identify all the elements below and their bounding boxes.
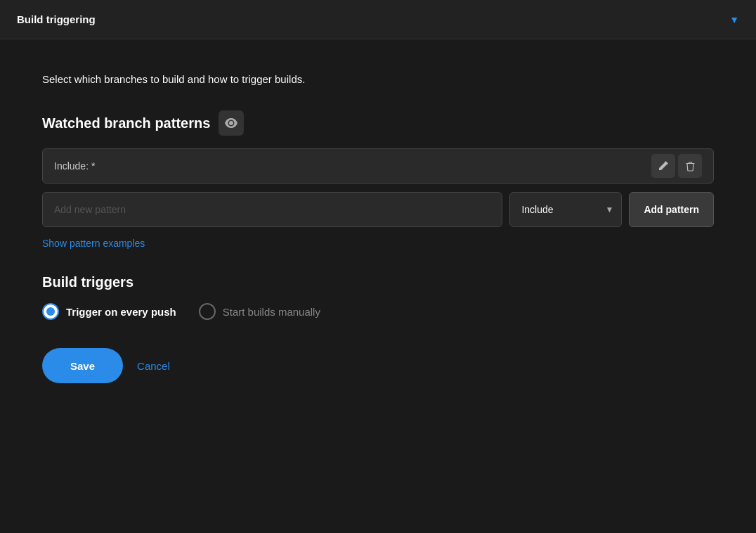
page-title: Build triggering bbox=[17, 13, 96, 25]
section-title-row: Watched branch patterns bbox=[42, 110, 714, 136]
triggers-row: Trigger on every push Start builds manua… bbox=[42, 303, 714, 320]
watched-branch-title: Watched branch patterns bbox=[42, 115, 210, 131]
pattern-action-buttons bbox=[651, 154, 702, 178]
start-manually-radio[interactable] bbox=[199, 303, 216, 320]
toggle-eye-button[interactable] bbox=[219, 110, 244, 136]
add-pattern-input[interactable] bbox=[42, 192, 502, 227]
existing-pattern-row: Include: * bbox=[42, 148, 714, 184]
watched-branch-section: Watched branch patterns Include: * bbox=[42, 110, 714, 274]
cancel-link[interactable]: Cancel bbox=[137, 360, 170, 372]
edit-pattern-button[interactable] bbox=[651, 154, 675, 178]
trigger-every-push-label: Trigger on every push bbox=[66, 306, 176, 318]
chevron-down-icon[interactable]: ▼ bbox=[729, 14, 739, 25]
subtitle-text: Select which branches to build and how t… bbox=[42, 73, 714, 85]
pencil-icon bbox=[658, 161, 668, 171]
start-manually-label: Start builds manually bbox=[223, 306, 320, 318]
show-pattern-examples-link[interactable]: Show pattern examples bbox=[42, 238, 145, 249]
start-manually-option[interactable]: Start builds manually bbox=[199, 303, 320, 320]
page-header: Build triggering ▼ bbox=[0, 0, 756, 39]
pattern-label: Include: * bbox=[54, 160, 651, 172]
add-pattern-button[interactable]: Add pattern bbox=[629, 192, 714, 227]
pattern-type-select[interactable]: Include Exclude bbox=[509, 192, 622, 227]
build-triggers-section: Build triggers Trigger on every push Sta… bbox=[42, 274, 714, 383]
pattern-type-select-wrapper: Include Exclude ▼ bbox=[509, 192, 622, 227]
actions-row: Save Cancel bbox=[42, 348, 714, 383]
trigger-every-push-option[interactable]: Trigger on every push bbox=[42, 303, 176, 320]
add-pattern-row: Include Exclude ▼ Add pattern bbox=[42, 192, 714, 227]
main-content: Select which branches to build and how t… bbox=[0, 39, 756, 417]
delete-pattern-button[interactable] bbox=[678, 154, 702, 178]
trash-icon bbox=[686, 161, 695, 172]
trigger-every-push-radio[interactable] bbox=[42, 303, 59, 320]
build-triggers-title: Build triggers bbox=[42, 274, 714, 290]
eye-icon bbox=[225, 118, 237, 128]
save-button[interactable]: Save bbox=[42, 348, 123, 383]
radio-inner-dot bbox=[46, 307, 55, 316]
